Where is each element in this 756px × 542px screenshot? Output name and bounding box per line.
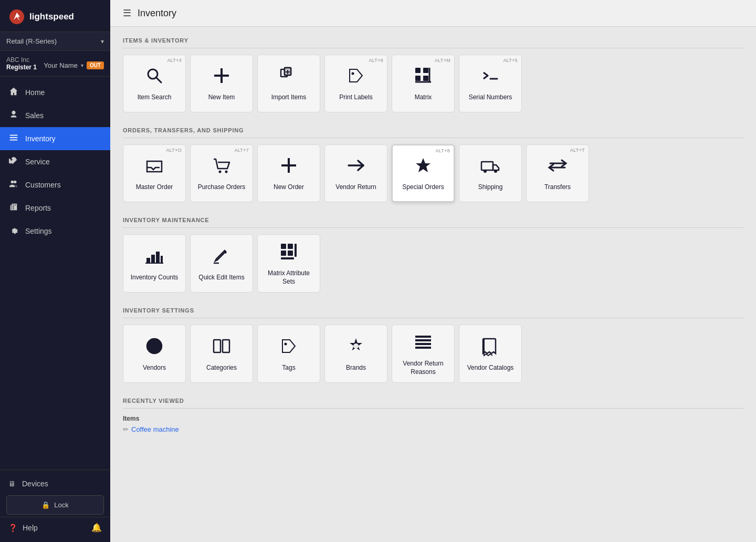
reports-icon	[8, 202, 19, 214]
target-icon	[144, 336, 165, 360]
shortcut-serial-numbers: ALT+5	[503, 58, 518, 63]
service-icon	[8, 156, 19, 168]
tiles-grid-inventory-settings: VendorsCategoriesTagsBrandsVendor Return…	[123, 325, 743, 383]
nav-item-service[interactable]: Service	[0, 150, 110, 173]
devices-item[interactable]: 🖥 Devices	[0, 474, 110, 493]
svg-point-21	[219, 171, 222, 173]
store-selector[interactable]: Retail (R-Series) ▾	[0, 32, 110, 51]
lock-label: Lock	[54, 501, 68, 509]
tile-label-vendors: Vendors	[143, 364, 166, 372]
nav-item-settings[interactable]: Settings	[0, 220, 110, 243]
bar-chart-icon	[144, 245, 165, 269]
lock-icon: 🔒	[41, 501, 50, 509]
inbox-icon	[144, 155, 165, 179]
tile-master-order[interactable]: ALT+OMaster Order	[123, 144, 186, 202]
nav-item-sales[interactable]: Sales	[0, 104, 110, 127]
nav-label-reports: Reports	[25, 204, 51, 212]
tile-vendor-return[interactable]: Vendor Return	[324, 144, 387, 202]
chevron-down-icon: ▾	[81, 62, 83, 68]
tile-inventory-counts[interactable]: Inventory Counts	[123, 234, 186, 293]
tile-item-search[interactable]: ALT+3Item Search	[123, 55, 186, 112]
nav-item-customers[interactable]: Customers	[0, 173, 110, 196]
tile-vendor-catalogs[interactable]: Vendor Catalogs	[459, 325, 522, 383]
nav-item-reports[interactable]: Reports	[0, 196, 110, 220]
tile-new-item[interactable]: New Item	[190, 55, 253, 112]
notification-bell-icon[interactable]: 🔔	[91, 523, 102, 533]
nav-item-inventory[interactable]: Inventory	[0, 127, 110, 150]
tile-new-order[interactable]: New Order	[257, 144, 320, 202]
help-item[interactable]: ❓ Help	[8, 524, 38, 532]
svg-point-13	[352, 72, 354, 75]
svg-point-43	[153, 345, 156, 348]
svg-point-47	[353, 343, 359, 349]
company-name: ABC Inc	[6, 56, 37, 64]
tile-shipping[interactable]: Shipping	[459, 144, 522, 202]
tile-purchase-orders[interactable]: ALT+7Purchase Orders	[190, 144, 253, 202]
import-icon	[278, 65, 299, 89]
logo-area: lightspeed	[0, 0, 110, 32]
pencil-icon: ✏	[123, 425, 129, 433]
tile-label-serial-numbers: Serial Numbers	[469, 93, 512, 102]
nav-item-home[interactable]: Home	[0, 81, 110, 104]
tile-quick-edit-items[interactable]: Quick Edit Items	[190, 234, 253, 293]
tag-icon	[278, 336, 299, 360]
recently-link-label-coffee-machine[interactable]: Coffee machine	[131, 425, 179, 433]
section-title-orders-transfers: ORDERS, TRANSFERS, AND SHIPPING	[123, 127, 743, 138]
inventory-icon	[8, 133, 19, 144]
section-inventory-maintenance: INVENTORY MAINTENANCEInventory CountsQui…	[123, 217, 743, 293]
tile-label-vendor-return: Vendor Return	[335, 183, 376, 192]
home-icon	[8, 87, 19, 98]
tile-label-vendor-catalogs: Vendor Catalogs	[467, 364, 514, 372]
shortcut-item-search: ALT+3	[167, 58, 182, 63]
nav-label-inventory: Inventory	[25, 134, 56, 143]
tile-vendors[interactable]: Vendors	[123, 325, 186, 383]
tile-categories[interactable]: Categories	[190, 325, 253, 383]
tile-print-labels[interactable]: ALT+9Print Labels	[324, 55, 387, 112]
svg-rect-45	[223, 340, 229, 352]
svg-rect-38	[288, 251, 293, 256]
tag-icon	[345, 65, 366, 89]
tile-import-items[interactable]: Import Items	[257, 55, 320, 112]
svg-rect-26	[481, 162, 493, 170]
tiles-grid-inventory-maintenance: Inventory CountsQuick Edit ItemsMatrix A…	[123, 234, 743, 293]
user-name[interactable]: Your Name	[44, 61, 78, 69]
terminal-icon	[480, 65, 501, 89]
grid-icon	[278, 241, 299, 265]
tile-label-transfers: Transfers	[544, 183, 571, 192]
svg-rect-50	[415, 343, 431, 345]
tile-matrix[interactable]: ALT+MMatrix	[392, 55, 455, 112]
tile-transfers[interactable]: ALT+TTransfers	[526, 144, 589, 202]
tile-label-vendor-return-reasons: Vendor Return Reasons	[396, 360, 450, 376]
tiles-grid-orders-transfers: ALT+OMaster OrderALT+7Purchase OrdersNew…	[123, 144, 743, 202]
cart-icon	[211, 155, 232, 179]
tile-label-matrix: Matrix	[415, 93, 432, 102]
devices-icon: 🖥	[8, 480, 16, 488]
tile-matrix-attribute-sets[interactable]: Matrix Attribute Sets	[257, 234, 320, 293]
tile-serial-numbers[interactable]: ALT+5Serial Numbers	[459, 55, 522, 112]
tiles-grid-items-inventory: ALT+3Item SearchNew ItemImport ItemsALT+…	[123, 55, 743, 112]
tile-label-brands: Brands	[346, 364, 366, 372]
help-row: ❓ Help 🔔	[0, 517, 110, 538]
nav-label-home: Home	[25, 88, 45, 97]
svg-rect-51	[415, 347, 431, 349]
store-name: Retail (R-Series)	[6, 37, 57, 45]
recently-link-coffee-machine[interactable]: ✏ Coffee machine	[123, 425, 743, 433]
shortcut-matrix: ALT+M	[435, 58, 450, 63]
shortcut-purchase-orders: ALT+7	[234, 148, 249, 153]
lock-button[interactable]: 🔒 Lock	[6, 495, 104, 515]
sidebar: lightspeed Retail (R-Series) ▾ ABC Inc R…	[0, 0, 110, 542]
svg-rect-1	[10, 135, 17, 136]
tile-tags[interactable]: Tags	[257, 325, 320, 383]
tile-vendor-return-reasons[interactable]: Vendor Return Reasons	[392, 325, 455, 383]
svg-rect-49	[415, 339, 431, 341]
logo-text: lightspeed	[29, 12, 74, 22]
nav-menu: Home Sales Inventory Service Customers R…	[0, 77, 110, 470]
recently-viewed-title: RECENTLY VIEWED	[123, 398, 743, 409]
tile-label-shipping: Shipping	[478, 183, 503, 192]
sales-icon	[8, 110, 19, 121]
settings-icon	[8, 225, 19, 237]
plus-icon	[211, 65, 232, 89]
tile-special-orders[interactable]: ALT+8Special Orders	[392, 144, 455, 202]
svg-rect-48	[415, 336, 431, 338]
tile-brands[interactable]: Brands	[324, 325, 387, 383]
